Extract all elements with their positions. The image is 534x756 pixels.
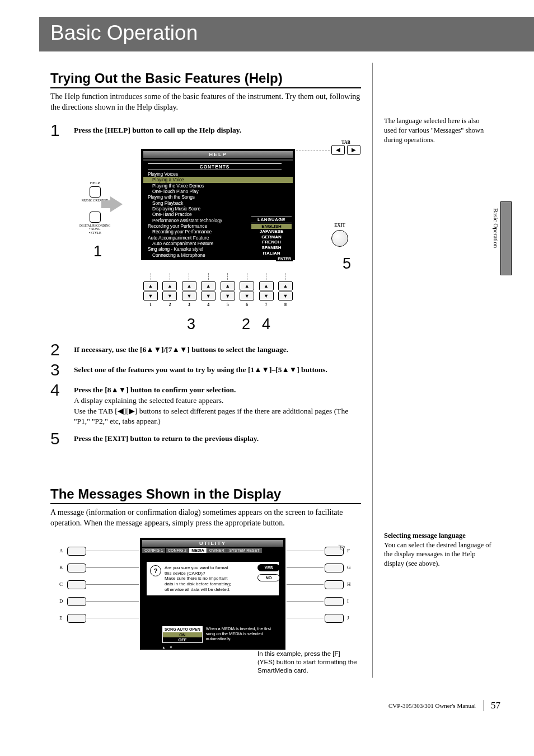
step-text: Press the [EXIT] button to return to the…	[74, 434, 259, 443]
side-note-title: Selecting message language	[384, 531, 493, 541]
step-number: 2	[50, 341, 74, 358]
step-number: 1	[50, 122, 74, 139]
step-5: 5 Press the [EXIT] button to return to t…	[50, 430, 361, 447]
section-intro: The Help function introduces some of the…	[50, 92, 361, 113]
step-text: Press the [8▲▼] button to confirm your s…	[74, 386, 236, 394]
no-button[interactable]: NO	[257, 574, 280, 581]
step-text: Press the [HELP] button to call up the H…	[74, 126, 241, 134]
section-heading-help: Trying Out the Basic Features (Help)	[50, 71, 361, 88]
callout-5: 5	[343, 255, 351, 273]
thumb-tab-label: Basic Operation	[493, 208, 499, 248]
chapter-banner: Basic Operation	[39, 17, 534, 51]
arrow-icon	[110, 196, 123, 212]
help-figure: HELP MUSIC CREATOR DIGITAL RECORDING • S…	[74, 143, 354, 334]
step-number: 5	[50, 430, 74, 447]
step-3: 3 Select one of the features you want to…	[50, 361, 361, 378]
tab-right-button[interactable]: ▶	[347, 145, 360, 155]
step-text: Use the TAB [◀][▶] buttons to select dif…	[74, 407, 348, 426]
exit-button-group: EXIT	[331, 223, 348, 247]
callout-1: 1	[93, 243, 102, 260]
side-note: The language selected here is also used …	[384, 116, 493, 145]
callout-4: 4	[262, 316, 270, 333]
page-number: 57	[484, 700, 500, 711]
panel-1-8-buttons: ▲▼1▲▼2▲▼3▲▼4▲▼5▲▼6▲▼7▲▼8	[141, 269, 295, 307]
step-4: 4 Press the [8▲▼] button to confirm your…	[50, 382, 361, 428]
step-text: If necessary, use the [6▲▼]/[7▲▼] button…	[74, 345, 288, 354]
question-icon: ?	[150, 565, 161, 576]
manual-title: CVP-305/303/301 Owner's Manual	[388, 702, 476, 709]
step-1: 1 Press the [HELP] button to call up the…	[50, 122, 361, 139]
step-number: 4	[50, 382, 74, 428]
step-text: A display explaining the selected featur…	[74, 396, 223, 405]
step-number: 3	[50, 361, 74, 378]
message-dialog: ? Are you sure you want to format this d…	[147, 562, 279, 595]
tab-left-button[interactable]: ◀	[331, 145, 345, 155]
section-intro: A message (information or confirmation d…	[50, 508, 361, 529]
utility-lcd-screen: UTILITY CONFIG 1CONFIG 2MEDIAOWNERSYSTEM…	[140, 538, 285, 650]
help-lcd-screen: HELP CONTENTS Playing VoicesPlaying a Vo…	[141, 149, 295, 260]
side-note: You can select the desired language of t…	[384, 541, 493, 569]
step-2: 2 If necessary, use the [6▲▼]/[7▲▼] butt…	[50, 341, 361, 358]
yes-button[interactable]: YES	[257, 564, 280, 571]
section-heading-messages: The Messages Shown in the Display	[50, 486, 361, 504]
figure-caption: In this example, press the [F] (YES) but…	[257, 650, 358, 675]
step-text: Select one of the features you want to t…	[74, 365, 327, 374]
exit-button[interactable]	[331, 230, 348, 247]
thumb-tab	[500, 201, 512, 275]
page-footer: CVP-305/303/301 Owner's Manual 57	[50, 700, 500, 711]
callout-2: 2	[242, 316, 250, 333]
callout-3: 3	[187, 316, 195, 333]
utility-figure: ABCDE FGHIJ☜ UTILITY CONFIG 1CONFIG 2MED…	[56, 538, 358, 678]
tab-buttons: TAB ◀ ▶	[331, 140, 360, 155]
